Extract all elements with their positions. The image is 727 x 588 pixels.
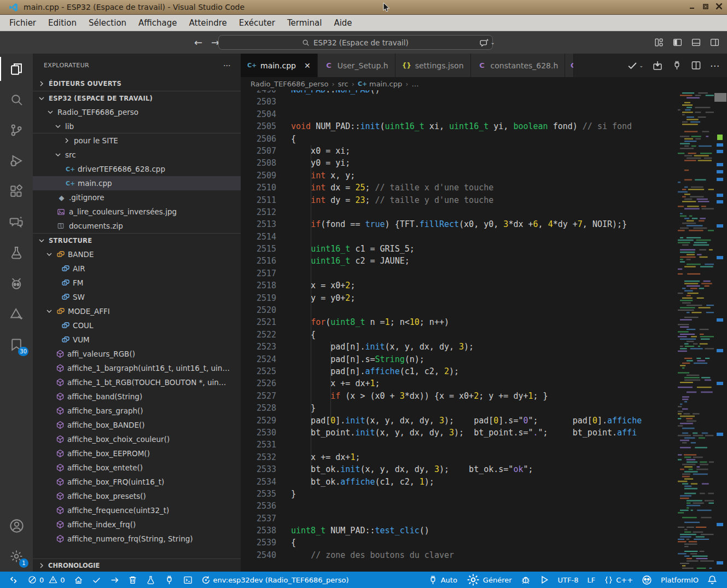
menu-item-affichage[interactable]: Affichage: [132, 16, 183, 30]
status-pio-env[interactable]: env:esp32dev (Radio_TEF6686_perso): [197, 572, 353, 588]
tree-item-drivertef6686-628.cpp[interactable]: C+driverTEF6686_628.cpp: [33, 162, 241, 176]
tree-item-lib[interactable]: lib: [33, 119, 241, 133]
status-pio-build[interactable]: [88, 572, 106, 588]
breadcrumb-item[interactable]: …: [411, 80, 418, 88]
minimize-button[interactable]: [687, 2, 696, 11]
close-button[interactable]: [714, 2, 724, 11]
status-port-auto[interactable]: Auto: [423, 572, 462, 588]
status-eol[interactable]: LF: [583, 572, 600, 588]
status-problems[interactable]: 00: [24, 572, 69, 588]
tree-item-mode-affi[interactable]: MODE_AFFI: [33, 304, 241, 318]
tree-item-affiche-band-string-[interactable]: affiche_band(String): [33, 389, 241, 404]
tree-item-affiche-box-eeprom-[interactable]: affiche_box_EEPROM(): [33, 446, 241, 461]
status-pio-test[interactable]: [142, 572, 160, 588]
overview-ruler[interactable]: [714, 90, 727, 572]
upload-button[interactable]: [652, 60, 663, 71]
split-editor-button[interactable]: [691, 60, 701, 71]
tree-item-air[interactable]: AIR: [33, 261, 241, 276]
tree-item-affiche-1-bargraph-uint16-t-uint16-t-uin-[interactable]: affiche_1_bargraph(uint16_t, uint16_t, u…: [33, 361, 241, 375]
minimap[interactable]: [677, 90, 714, 572]
navigate-back-button[interactable]: ←: [194, 37, 202, 48]
code-editor[interactable]: 2490NUM_PAD::NUM_PAD()250325042505void N…: [241, 90, 727, 572]
status-encoding[interactable]: UTF-8: [554, 572, 583, 588]
toggle-primary-sidebar-icon[interactable]: [673, 38, 682, 47]
section--diteurs-ouverts[interactable]: ÉDITEURS OUVERTS: [33, 77, 241, 91]
menu-item-aide[interactable]: Aide: [328, 16, 358, 30]
activitybar-explorer[interactable]: [0, 54, 33, 84]
tree-item-affiche-bars-graph-[interactable]: affiche_bars_graph(): [33, 404, 241, 418]
breadcrumb-item[interactable]: src: [338, 80, 348, 88]
status-pio-face[interactable]: [637, 572, 656, 588]
status-pio-home[interactable]: [69, 572, 88, 588]
tree-item-affiche-1-bt-rgb-touch-bouton-uin-[interactable]: affiche_1_bt_RGB(TOUCH_BOUTON *, uin…: [33, 375, 241, 389]
status-platformio[interactable]: PlatformIO: [656, 572, 703, 588]
activitybar-testing[interactable]: [0, 237, 33, 268]
tree-item-main.cpp[interactable]: C+main.cpp: [33, 176, 241, 190]
build-check-button[interactable]: ⌄: [627, 60, 643, 71]
more-actions-button[interactable]: ⋯: [710, 60, 719, 71]
activitybar-settings[interactable]: 1: [0, 541, 33, 572]
activitybar-run-debug[interactable]: [0, 145, 33, 176]
tree-item-affiche-box-choix-couleur-[interactable]: affiche_box_choix_couleur(): [33, 432, 241, 446]
tree-item-affiche-box-bande-[interactable]: affiche_box_BANDE(): [33, 418, 241, 432]
status-remote[interactable]: [5, 572, 24, 588]
command-center-search[interactable]: ESP32 (Espace de travail): [218, 35, 492, 50]
menu-item-sélection[interactable]: Sélection: [83, 16, 132, 30]
toggle-secondary-sidebar-icon[interactable]: [710, 38, 719, 47]
breadcrumb-item[interactable]: Radio_TEF6686_perso: [251, 80, 329, 88]
activitybar-bookmarks[interactable]: 30: [0, 329, 33, 360]
tree-item-affiche-numero-frq-string-string-[interactable]: affiche_numero_frq(String, String): [33, 532, 241, 546]
activitybar-source-control[interactable]: [0, 115, 33, 145]
tree-item-affiche-index-frq-[interactable]: affiche_index_frq(): [33, 517, 241, 532]
status-pio-terminal[interactable]: [179, 572, 197, 588]
copilot-button[interactable]: ⌄: [480, 38, 495, 48]
tree-item-vum[interactable]: VUM: [33, 333, 241, 347]
tab-settings.json[interactable]: {}settings.json: [396, 54, 471, 77]
tab-User_Setup.h[interactable]: CUser_Setup.h: [318, 54, 396, 77]
tree-item-src[interactable]: src: [33, 148, 241, 162]
status-language[interactable]: C++: [600, 572, 637, 588]
section-structure[interactable]: STRUCTURE: [33, 233, 241, 247]
status-generate[interactable]: Générer: [462, 572, 516, 588]
status-run[interactable]: [535, 572, 554, 588]
tree-item-affi-valeurs-rgb-[interactable]: affi_valeurs_RGB(): [33, 347, 241, 361]
customize-layout-icon[interactable]: [654, 38, 664, 47]
serial-monitor-button[interactable]: [672, 60, 682, 71]
tree-item-bande[interactable]: BANDE: [33, 247, 241, 261]
tab-partial[interactable]: C: [565, 54, 574, 77]
tree-item-fm[interactable]: FM: [33, 276, 241, 290]
tree-item-affiche-box-entete-[interactable]: affiche_box_entete(): [33, 461, 241, 475]
status-pio-clean[interactable]: [124, 572, 142, 588]
activitybar-search[interactable]: [0, 84, 33, 115]
menu-item-fichier[interactable]: Fichier: [3, 16, 42, 30]
status-pio-upload[interactable]: [106, 572, 124, 588]
tree-item-a-lire-couleurs-invers-es.jpg[interactable]: a_lire_couleurs_inversées.jpg: [33, 205, 241, 219]
tree-item-affiche-box-frq-uint16-t-[interactable]: affiche_box_FRQ(uint16_t): [33, 475, 241, 489]
toggle-panel-icon[interactable]: [691, 38, 701, 47]
status-pio-monitor[interactable]: [160, 572, 179, 588]
activitybar-platformio[interactable]: [0, 268, 33, 299]
tab-constantes_628.h[interactable]: Cconstantes_628.h: [471, 54, 566, 77]
tree-item-.gitignore[interactable]: ◆.gitignore: [33, 190, 241, 205]
section-esp32-espace-de-travail-[interactable]: ESP32 (ESPACE DE TRAVAIL): [33, 91, 241, 105]
status-notifications[interactable]: [703, 572, 722, 588]
tree-item-sw[interactable]: SW: [33, 290, 241, 304]
more-actions-icon[interactable]: ⋯: [223, 61, 232, 69]
close-icon[interactable]: ✕: [304, 61, 311, 70]
activitybar-extensions[interactable]: [0, 176, 33, 207]
activitybar-project-tasks[interactable]: [0, 299, 33, 329]
menu-item-terminal[interactable]: Terminal: [281, 16, 328, 30]
status-debug[interactable]: [516, 572, 535, 588]
maximize-button[interactable]: [701, 2, 710, 11]
tree-item-coul[interactable]: COUL: [33, 318, 241, 333]
tree-item-pour-le-site[interactable]: pour le SITE: [33, 133, 241, 148]
menu-item-atteindre[interactable]: Atteindre: [183, 16, 233, 30]
menu-item-edition[interactable]: Edition: [42, 16, 83, 30]
tree-item-documents.zip[interactable]: documents.zip: [33, 219, 241, 233]
tab-main.cpp[interactable]: C+main.cpp✕: [241, 54, 318, 77]
tree-item-radio-tef6686-perso[interactable]: Radio_TEF6686_perso: [33, 105, 241, 119]
breadcrumb-item[interactable]: C+main.cpp: [358, 80, 402, 88]
scrollbar-thumb[interactable]: [714, 93, 726, 102]
tree-item-affiche-frequence-uint32-t-[interactable]: affiche_frequence(uint32_t): [33, 503, 241, 517]
tree-item-affiche-box-presets-[interactable]: affiche_box_presets(): [33, 489, 241, 503]
